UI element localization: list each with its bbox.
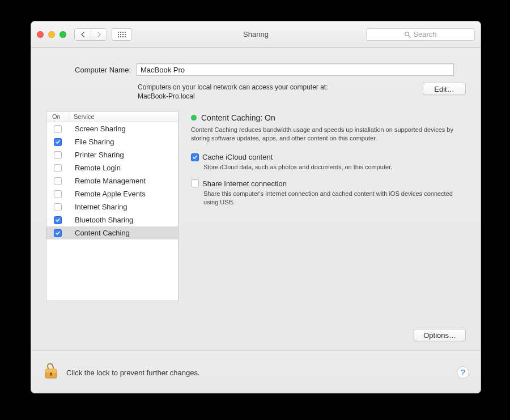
service-label: Remote Apple Events xyxy=(69,190,178,198)
header-service[interactable]: Service xyxy=(69,112,178,122)
service-row[interactable]: Remote Login xyxy=(46,161,178,174)
share-internet-label: Share Internet connection xyxy=(202,179,287,188)
service-row[interactable]: Remote Management xyxy=(46,174,178,187)
computer-name-label: Computer Name: xyxy=(46,63,131,74)
share-internet-checkbox[interactable] xyxy=(191,179,199,187)
svg-rect-6 xyxy=(122,34,124,35)
svg-line-13 xyxy=(409,36,410,37)
window-controls xyxy=(37,31,66,38)
footer-text: Click the lock to prevent further change… xyxy=(66,368,200,377)
svg-rect-0 xyxy=(118,32,119,33)
service-label: Internet Sharing xyxy=(69,203,178,211)
cache-icloud-desc: Store iCloud data, such as photos and do… xyxy=(203,163,466,172)
status-indicator-icon xyxy=(191,115,197,121)
service-checkbox[interactable] xyxy=(54,177,62,185)
share-internet-option: Share Internet connection Share this com… xyxy=(191,179,466,207)
svg-rect-8 xyxy=(118,36,119,37)
search-icon xyxy=(404,31,411,38)
service-description: Content Caching reduces bandwidth usage … xyxy=(191,126,466,143)
back-button[interactable] xyxy=(75,29,91,40)
service-checkbox[interactable] xyxy=(54,151,62,159)
search-placeholder: Search xyxy=(413,30,436,38)
service-row[interactable]: File Sharing xyxy=(46,135,178,148)
service-label: Content Caching xyxy=(69,229,178,237)
service-rows-container: Screen SharingFile SharingPrinter Sharin… xyxy=(46,122,178,239)
access-message: Computers on your local network can acce… xyxy=(137,83,423,101)
service-checkbox[interactable] xyxy=(54,138,62,146)
svg-rect-1 xyxy=(120,32,121,33)
titlebar: Sharing Search xyxy=(31,22,481,48)
service-label: Screen Sharing xyxy=(69,125,178,133)
close-window-button[interactable] xyxy=(37,31,44,38)
service-checkbox[interactable] xyxy=(54,229,62,237)
service-row[interactable]: Content Caching xyxy=(46,226,178,239)
service-checkbox[interactable] xyxy=(54,190,62,198)
svg-rect-15 xyxy=(45,369,57,373)
zoom-window-button[interactable] xyxy=(60,31,66,38)
svg-rect-10 xyxy=(122,36,124,37)
service-label: Remote Login xyxy=(69,164,178,172)
content-area: Computer Name: MacBook Pro Computers on … xyxy=(31,48,481,393)
service-label: Remote Management xyxy=(69,177,178,185)
status-label: Content Caching: On xyxy=(201,113,275,122)
svg-rect-2 xyxy=(122,32,124,33)
search-field[interactable]: Search xyxy=(366,28,475,41)
minimize-window-button[interactable] xyxy=(48,31,55,38)
service-row[interactable]: Printer Sharing xyxy=(46,148,178,161)
service-checkbox[interactable] xyxy=(54,164,62,172)
service-row[interactable]: Remote Apple Events xyxy=(46,187,178,200)
svg-rect-3 xyxy=(125,32,126,33)
service-checkbox[interactable] xyxy=(54,203,62,211)
detail-pane: Content Caching: On Content Caching redu… xyxy=(191,111,466,341)
cache-icloud-option: Cache iCloud content Store iCloud data, … xyxy=(191,153,466,172)
service-label: Bluetooth Sharing xyxy=(69,216,178,224)
svg-rect-4 xyxy=(118,34,119,35)
share-internet-desc: Share this computer's Internet connectio… xyxy=(203,190,466,207)
help-button[interactable]: ? xyxy=(457,366,469,379)
nav-buttons xyxy=(74,28,107,41)
footer: Click the lock to prevent further change… xyxy=(31,350,481,393)
service-row[interactable]: Internet Sharing xyxy=(46,200,178,213)
service-row[interactable]: Bluetooth Sharing xyxy=(46,213,178,226)
svg-rect-9 xyxy=(120,36,121,37)
svg-rect-11 xyxy=(125,36,126,37)
svg-rect-5 xyxy=(120,34,121,35)
edit-button[interactable]: Edit… xyxy=(423,83,466,95)
show-all-button[interactable] xyxy=(112,28,132,41)
service-list: On Service Screen SharingFile SharingPri… xyxy=(46,111,178,301)
computer-name-input[interactable]: MacBook Pro xyxy=(137,63,454,76)
cache-icloud-checkbox[interactable] xyxy=(191,153,199,161)
service-checkbox[interactable] xyxy=(54,125,62,133)
svg-rect-17 xyxy=(50,374,52,376)
forward-button[interactable] xyxy=(91,29,107,40)
window-title: Sharing xyxy=(243,22,269,47)
header-on[interactable]: On xyxy=(46,112,69,122)
options-button[interactable]: Options… xyxy=(414,329,466,341)
svg-rect-7 xyxy=(125,34,126,35)
service-label: Printer Sharing xyxy=(69,151,178,159)
service-row[interactable]: Screen Sharing xyxy=(46,122,178,135)
svg-point-12 xyxy=(405,32,409,36)
service-checkbox[interactable] xyxy=(54,216,62,224)
lock-icon[interactable] xyxy=(44,362,58,380)
service-label: File Sharing xyxy=(69,138,178,146)
sharing-preferences-window: Sharing Search Computer Name: MacBook Pr… xyxy=(31,21,481,393)
list-header: On Service xyxy=(46,112,178,122)
cache-icloud-label: Cache iCloud content xyxy=(202,153,273,161)
